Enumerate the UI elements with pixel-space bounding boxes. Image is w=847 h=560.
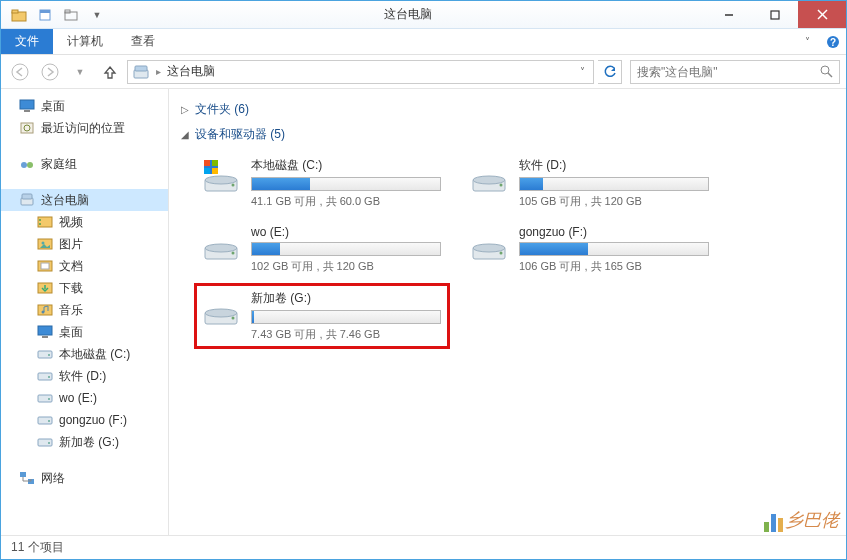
svg-point-16 xyxy=(821,66,829,74)
tree-item[interactable]: 桌面 xyxy=(1,321,168,343)
svg-point-22 xyxy=(21,162,27,168)
drive-item[interactable]: 本地磁盘 (C:)41.1 GB 可用 , 共 60.0 GB xyxy=(197,153,447,213)
desktop-icon xyxy=(37,324,53,340)
svg-point-47 xyxy=(48,442,50,444)
tree-item[interactable]: gongzuo (F:) xyxy=(1,409,168,431)
tree-homegroup[interactable]: 家庭组 xyxy=(1,153,168,175)
video-icon xyxy=(37,214,53,230)
drive-icon xyxy=(37,346,53,362)
collapse-icon: ▷ xyxy=(181,104,189,115)
tree-item[interactable]: wo (E:) xyxy=(1,387,168,409)
maximize-button[interactable] xyxy=(752,1,798,28)
drive-icon xyxy=(469,157,509,197)
network-icon xyxy=(19,470,35,486)
usage-bar xyxy=(251,310,441,324)
forward-button[interactable] xyxy=(37,59,63,85)
drive-item[interactable]: 新加卷 (G:)7.43 GB 可用 , 共 7.46 GB xyxy=(197,286,447,346)
svg-rect-32 xyxy=(41,263,49,269)
drive-stats: 106 GB 可用 , 共 165 GB xyxy=(519,259,711,274)
drive-icon xyxy=(201,225,241,265)
new-folder-icon[interactable] xyxy=(59,4,83,26)
svg-point-66 xyxy=(232,252,235,255)
minimize-button[interactable] xyxy=(706,1,752,28)
tree-item[interactable]: 下载 xyxy=(1,277,168,299)
properties-icon[interactable] xyxy=(33,4,57,26)
tree-item[interactable]: 音乐 xyxy=(1,299,168,321)
tree-item[interactable]: 图片 xyxy=(1,233,168,255)
svg-rect-55 xyxy=(212,160,218,166)
breadcrumb-item[interactable]: 这台电脑 xyxy=(167,63,215,80)
svg-rect-19 xyxy=(24,110,30,112)
drive-item[interactable]: wo (E:)102 GB 可用 , 共 120 GB xyxy=(197,221,447,278)
svg-point-65 xyxy=(205,244,237,252)
svg-rect-57 xyxy=(212,168,218,174)
search-box[interactable] xyxy=(630,60,840,84)
tree-item[interactable]: 软件 (D:) xyxy=(1,365,168,387)
svg-rect-7 xyxy=(771,11,779,19)
svg-rect-15 xyxy=(135,66,147,71)
usage-bar xyxy=(251,177,441,191)
recent-icon xyxy=(19,120,35,136)
drive-icon xyxy=(37,390,53,406)
svg-point-63 xyxy=(500,184,503,187)
drive-item[interactable]: 软件 (D:)105 GB 可用 , 共 120 GB xyxy=(465,153,715,213)
drives-container: 本地磁盘 (C:)41.1 GB 可用 , 共 60.0 GB软件 (D:)10… xyxy=(181,147,834,358)
refresh-button[interactable] xyxy=(598,60,622,84)
svg-point-39 xyxy=(48,354,50,356)
breadcrumb-root-icon[interactable] xyxy=(132,64,150,80)
drive-icon xyxy=(37,434,53,450)
tab-computer[interactable]: 计算机 xyxy=(53,29,117,54)
tree-item[interactable]: 视频 xyxy=(1,211,168,233)
document-icon xyxy=(37,258,53,274)
section-devices[interactable]: ◢ 设备和驱动器 (5) xyxy=(181,122,834,147)
tree-item[interactable]: 文档 xyxy=(1,255,168,277)
history-dropdown-icon[interactable]: ▼ xyxy=(67,59,93,85)
svg-point-72 xyxy=(232,317,235,320)
svg-rect-25 xyxy=(22,194,32,199)
nav-tree: 桌面 最近访问的位置 家庭组 这台电脑 视频图片文档下载音乐桌面本地磁盘 (C:… xyxy=(1,89,169,535)
ribbon-expand-icon[interactable]: ˅ xyxy=(794,29,820,54)
svg-rect-37 xyxy=(42,336,48,338)
svg-rect-40 xyxy=(38,373,52,380)
drive-icon xyxy=(469,225,509,265)
svg-point-23 xyxy=(27,162,33,168)
svg-point-41 xyxy=(48,376,50,378)
usage-bar xyxy=(519,177,709,191)
drive-item[interactable]: gongzuo (F:)106 GB 可用 , 共 165 GB xyxy=(465,221,715,278)
drive-name: wo (E:) xyxy=(251,225,443,239)
tree-item[interactable]: 新加卷 (G:) xyxy=(1,431,168,453)
svg-rect-27 xyxy=(39,219,41,221)
tab-view[interactable]: 查看 xyxy=(117,29,169,54)
breadcrumb-sep-icon[interactable]: ▸ xyxy=(156,66,161,77)
address-bar[interactable]: ▸ 这台电脑 ˅ xyxy=(127,60,594,84)
back-button[interactable] xyxy=(7,59,33,85)
search-input[interactable] xyxy=(637,65,814,79)
drive-icon xyxy=(201,157,241,197)
svg-rect-48 xyxy=(20,472,26,477)
explorer-window: ▼ 这台电脑 文件 计算机 查看 ˅ ? ▼ ▸ 这台电脑 ˅ xyxy=(0,0,847,560)
homegroup-icon xyxy=(19,156,35,172)
app-icon[interactable] xyxy=(7,4,31,26)
content-pane: ▷ 文件夹 (6) ◢ 设备和驱动器 (5) 本地磁盘 (C:)41.1 GB … xyxy=(169,89,846,535)
tab-file[interactable]: 文件 xyxy=(1,29,53,54)
tree-recent[interactable]: 最近访问的位置 xyxy=(1,117,168,139)
svg-rect-54 xyxy=(204,160,210,166)
tree-thispc[interactable]: 这台电脑 xyxy=(1,189,168,211)
tree-desktop[interactable]: 桌面 xyxy=(1,95,168,117)
svg-text:?: ? xyxy=(830,37,836,48)
tree-network[interactable]: 网络 xyxy=(1,467,168,489)
svg-point-12 xyxy=(12,64,28,80)
drive-icon xyxy=(37,368,53,384)
svg-rect-56 xyxy=(204,168,210,174)
svg-point-68 xyxy=(473,244,505,252)
drive-name: 新加卷 (G:) xyxy=(251,290,443,307)
tree-item[interactable]: 本地磁盘 (C:) xyxy=(1,343,168,365)
svg-rect-3 xyxy=(40,10,50,13)
address-dropdown-icon[interactable]: ˅ xyxy=(576,66,589,77)
qat-dropdown-icon[interactable]: ▼ xyxy=(85,4,109,26)
help-icon[interactable]: ? xyxy=(820,29,846,54)
section-folders[interactable]: ▷ 文件夹 (6) xyxy=(181,97,834,122)
close-button[interactable] xyxy=(798,1,846,28)
up-button[interactable] xyxy=(97,59,123,85)
quick-access-toolbar: ▼ xyxy=(1,4,109,26)
